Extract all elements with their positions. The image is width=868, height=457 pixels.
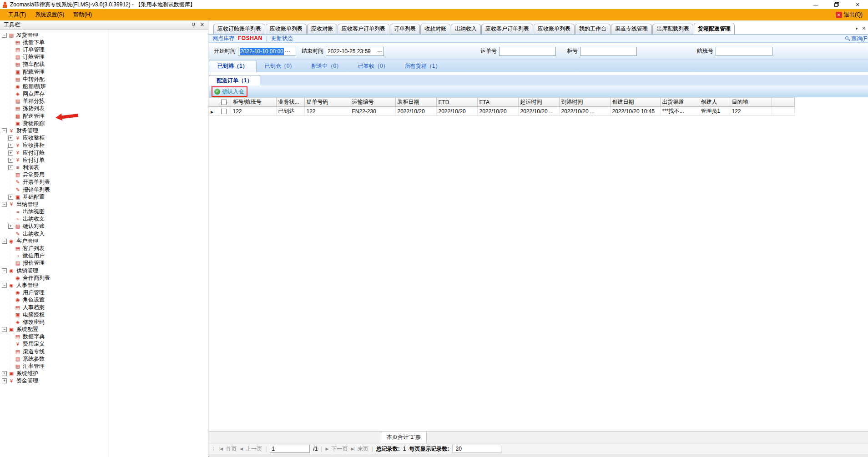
end-time-input[interactable]: 2022-10-25 23:59⋯ <box>326 47 384 56</box>
tab-delivery-orders[interactable]: 配送订单（1） <box>209 75 260 85</box>
status-tab[interactable]: 已到仓（0） <box>257 60 303 72</box>
tree-item[interactable]: ¥费用定义 <box>8 341 109 348</box>
tab[interactable]: 出库配载列表 <box>652 24 693 34</box>
tree-collapse-box[interactable]: − <box>2 327 7 332</box>
tree-item[interactable]: ▤数据字典 <box>8 333 109 341</box>
tree-item[interactable]: ▤渠道专线 <box>8 348 109 355</box>
status-tab-active[interactable]: 已到港（1） <box>209 60 257 72</box>
tree-item[interactable]: ▣货物跟踪 <box>8 120 109 127</box>
tab[interactable]: 应收账单列表 <box>534 24 575 34</box>
end-time-picker-button[interactable]: ⋯ <box>376 48 384 55</box>
tree-item[interactable]: ✎开票单列表 <box>8 179 109 186</box>
tab[interactable]: 出纳收入 <box>451 24 481 34</box>
tree-item[interactable]: ◉用户管理 <box>8 289 109 296</box>
tree-collapse-box[interactable]: − <box>2 283 7 288</box>
tree-item[interactable]: ✎出纳收入 <box>8 230 109 237</box>
sidebar-close-icon[interactable]: ✕ <box>200 22 204 28</box>
tree-item[interactable]: +¥资金管理 <box>2 377 109 385</box>
tree-expand-box[interactable]: + <box>2 378 7 383</box>
tree-item[interactable]: ▥异常费用 <box>8 171 109 179</box>
menu-item[interactable]: 系统设置(S) <box>30 10 69 20</box>
tree-item[interactable]: ≈出纳视图 <box>8 208 109 216</box>
tree-item[interactable]: ▤人事档案 <box>8 304 109 311</box>
tree-item[interactable]: −◉供销管理 <box>2 267 109 274</box>
minimize-button[interactable]: — <box>805 0 826 9</box>
table-row[interactable]: ▶122已到达122FN22-2302022/10/202022/10/2020… <box>209 107 794 116</box>
tree-item[interactable]: −◉客户管理 <box>2 237 109 245</box>
tree-item[interactable]: ◈网点库存 <box>8 90 109 98</box>
menu-item[interactable]: 工具(T) <box>4 10 30 20</box>
tree-collapse-box[interactable]: − <box>2 128 7 133</box>
tree-expand-box[interactable]: + <box>8 195 13 200</box>
container-no-input[interactable] <box>580 47 637 56</box>
tree-item[interactable]: +▣系统维护 <box>2 370 109 377</box>
first-page-button[interactable]: 首页 <box>226 445 237 453</box>
next-page-button[interactable]: 下一页 <box>331 445 348 453</box>
tab[interactable]: 应收订舱账单列表 <box>213 24 265 34</box>
tab[interactable]: 渠道专线管理 <box>611 24 652 34</box>
tab[interactable]: 应收账单列表 <box>266 24 307 34</box>
tab-close-icon[interactable]: ✕ <box>862 26 866 31</box>
tree-expand-box[interactable]: + <box>8 151 13 156</box>
tree-item[interactable]: ▤汇率管理 <box>8 362 109 370</box>
tree-item[interactable]: −◉人事管理 <box>2 281 109 289</box>
next-page-icon[interactable]: ▶ <box>325 447 328 451</box>
tree-item[interactable]: ▣配载管理 <box>8 68 109 75</box>
tree-item[interactable]: −▤发货管理 <box>2 31 109 39</box>
tree-item[interactable]: +¥应付订舱 <box>8 149 109 156</box>
tree-item[interactable]: ◔微信用户 <box>8 252 109 260</box>
tab[interactable]: 应收对账 <box>307 24 337 34</box>
tab[interactable]: 应收客户订单列表 <box>338 24 389 34</box>
select-all-checkbox[interactable] <box>221 100 227 105</box>
tree-item[interactable]: ▤中转外配 <box>8 75 109 83</box>
tree-item[interactable]: ≈出纳收支 <box>8 216 109 223</box>
tree-item[interactable]: ▤系统参数 <box>8 355 109 362</box>
tree-item[interactable]: +¥应收整柜 <box>8 135 109 142</box>
confirm-inbound-button[interactable]: 确认入仓 <box>222 88 244 95</box>
prev-page-icon[interactable]: ◀ <box>240 447 242 451</box>
first-page-icon[interactable]: |◀ <box>219 447 222 451</box>
page-number-input[interactable] <box>270 445 310 453</box>
store-stock-link[interactable]: 网点库存 <box>212 35 234 42</box>
waybill-no-input[interactable] <box>499 47 556 56</box>
tree-collapse-box[interactable]: − <box>2 202 7 207</box>
tree-item[interactable]: ▤批量下单 <box>8 39 109 46</box>
restore-button[interactable] <box>826 0 847 9</box>
tree-item[interactable]: ▤拣货列表 <box>8 105 109 112</box>
tree-item[interactable]: −▣系统配置 <box>2 326 109 333</box>
refresh-status-link[interactable]: 更新状态 <box>271 35 293 42</box>
tab[interactable]: 应收客户订单列表 <box>481 24 533 34</box>
search-button[interactable]: 查询(F <box>845 35 868 43</box>
tab[interactable]: 订单列表 <box>390 24 420 34</box>
prev-page-button[interactable]: 上一页 <box>246 445 262 453</box>
tab-list-dropdown-icon[interactable]: ▾ <box>856 26 858 31</box>
menu-item[interactable]: 帮助(H) <box>69 10 96 20</box>
tree-item[interactable]: ▤报价管理 <box>8 260 109 267</box>
tree-expand-box[interactable]: + <box>8 136 13 141</box>
tree-item[interactable]: ▤单箱分拣 <box>8 98 109 105</box>
tree-expand-box[interactable]: + <box>8 158 13 163</box>
tab[interactable]: 收款对账 <box>420 24 450 34</box>
tree-collapse-box[interactable]: − <box>2 33 7 38</box>
close-button[interactable]: ✕ <box>847 0 868 9</box>
tab[interactable]: 我的工作台 <box>575 24 611 34</box>
tree-item[interactable]: ▤订单管理 <box>8 46 109 53</box>
status-tab[interactable]: 所有货箱（1） <box>397 60 449 72</box>
tree-item[interactable]: +▣基础配置 <box>8 193 109 201</box>
tree-item[interactable]: ▤客户列表 <box>8 245 109 252</box>
status-tab[interactable]: 已签收（0） <box>350 60 397 72</box>
last-page-button[interactable]: 末页 <box>358 445 368 453</box>
tree-item[interactable]: ◉船期/航班 <box>8 83 109 90</box>
tree-collapse-box[interactable]: − <box>2 268 7 273</box>
tree-item[interactable]: +¥应收拼柜 <box>8 142 109 149</box>
tree-item[interactable]: ✎报销单列表 <box>8 186 109 193</box>
tree-item[interactable]: +≡利润表 <box>8 164 109 171</box>
tree-collapse-box[interactable]: − <box>2 239 7 244</box>
row-checkbox[interactable] <box>221 109 227 114</box>
tree-item[interactable]: ◈修改密码 <box>8 318 109 326</box>
tree-item[interactable]: +▤确认对账 <box>8 223 109 230</box>
exit-button[interactable]: ✕ 退出(Q) <box>836 11 864 19</box>
start-time-picker-button[interactable]: ⋯ <box>284 48 291 55</box>
tree-expand-box[interactable]: + <box>8 165 13 170</box>
status-tab[interactable]: 配送中（0） <box>303 60 350 72</box>
